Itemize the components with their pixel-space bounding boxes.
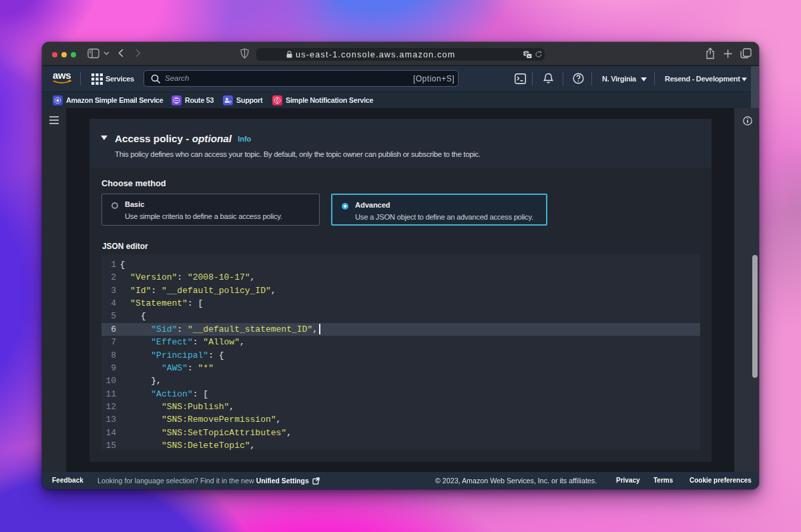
svg-text:aws: aws [53,69,71,81]
